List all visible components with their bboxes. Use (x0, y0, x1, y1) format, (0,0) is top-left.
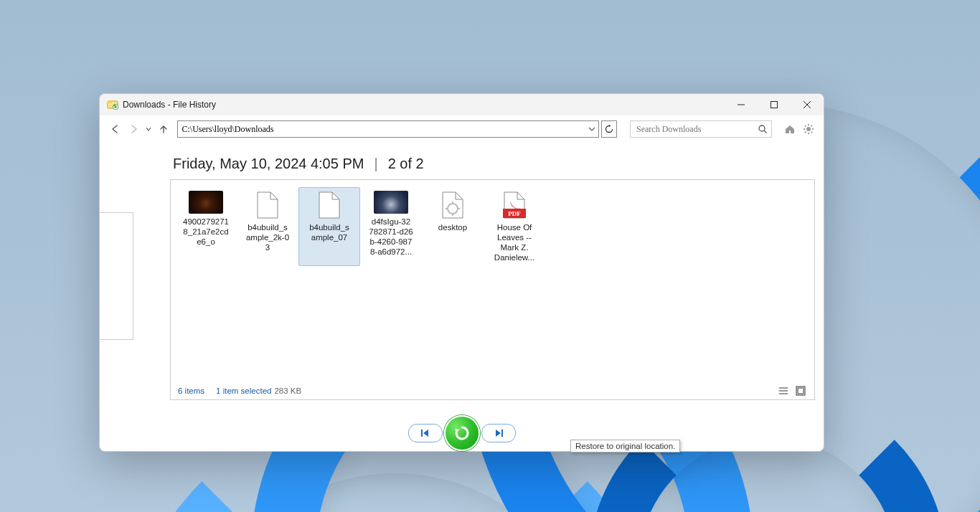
gear-icon[interactable] (802, 123, 815, 136)
svg-line-15 (811, 132, 812, 133)
status-selection: 1 item selected (216, 387, 271, 395)
snapshot-separator: | (374, 156, 377, 172)
window-title: Downloads - File History (123, 100, 216, 110)
file-name-label: d4fsIgu-32 782871-d26 b-4260-987 8-a6d97… (369, 217, 413, 257)
snapshot-index: 2 of 2 (388, 156, 424, 172)
svg-line-14 (805, 125, 806, 126)
refresh-button[interactable] (601, 120, 618, 138)
file-history-window: Downloads - File History Friday, Ma (99, 93, 824, 452)
thumbnails-view-icon[interactable] (794, 384, 807, 397)
ini-file-icon (436, 191, 469, 219)
svg-rect-1 (108, 101, 112, 103)
generic-file-icon (313, 191, 346, 219)
snapshot-datetime: Friday, May 10, 2024 4:05 PM (173, 156, 364, 172)
content-area: Friday, May 10, 2024 4:05 PM | 2 of 2 49… (100, 143, 824, 415)
file-name-label: desktop (438, 222, 467, 232)
svg-line-17 (811, 125, 812, 126)
previous-version-button[interactable] (408, 424, 443, 442)
titlebar[interactable]: Downloads - File History (100, 94, 824, 115)
file-name-label: 4900279271 8_21a7e2cd e6_o (183, 217, 229, 247)
restore-tooltip: Restore to original location. (570, 440, 680, 452)
status-item-count: 6 items (178, 387, 204, 395)
file-item[interactable]: b4ubuild_s ample_07 (298, 187, 360, 266)
search-icon[interactable] (754, 124, 771, 134)
file-item[interactable]: b4ubuild_s ample_2k-0 3 (237, 187, 298, 266)
file-grid[interactable]: 4900279271 8_21a7e2cd e6_ob4ubuild_s amp… (171, 180, 814, 382)
file-name-label: b4ubuild_s ample_2k-0 3 (246, 222, 289, 252)
maximize-button[interactable] (758, 94, 791, 115)
close-button[interactable] (791, 94, 824, 115)
restore-button[interactable] (444, 415, 480, 451)
pdf-file-icon: PDF (498, 191, 531, 219)
image-thumbnail (189, 191, 223, 214)
minimize-button[interactable] (725, 94, 758, 115)
svg-point-9 (806, 127, 811, 131)
previous-version-sliver[interactable] (100, 212, 133, 340)
svg-point-7 (759, 125, 765, 131)
status-size: 283 KB (274, 387, 301, 395)
home-icon[interactable] (783, 123, 796, 136)
snapshot-header: Friday, May 10, 2024 4:05 PM | 2 of 2 (173, 156, 815, 172)
next-version-button[interactable] (481, 424, 516, 442)
file-item[interactable]: PDFHouse Of Leaves -- Mark Z. Danielew..… (484, 187, 545, 266)
forward-button[interactable] (126, 120, 141, 138)
up-button[interactable] (156, 120, 171, 138)
file-name-label: House Of Leaves -- Mark Z. Danielew... (494, 222, 534, 262)
file-name-label: b4ubuild_s ample_07 (309, 222, 349, 242)
address-input[interactable] (178, 121, 585, 137)
svg-rect-30 (421, 430, 423, 437)
toolbar (100, 115, 824, 143)
window-controls (725, 94, 824, 115)
svg-text:PDF: PDF (508, 210, 521, 217)
recent-locations-button[interactable] (143, 124, 154, 134)
search-box[interactable] (630, 120, 772, 138)
view-toggles (777, 384, 807, 397)
file-item[interactable]: d4fsIgu-32 782871-d26 b-4260-987 8-a6d97… (360, 187, 422, 266)
bottom-controls: Restore to original location. (100, 415, 824, 451)
file-pane: 4900279271 8_21a7e2cd e6_ob4ubuild_s amp… (170, 179, 815, 400)
file-item[interactable]: desktop (422, 187, 484, 266)
svg-rect-4 (771, 102, 778, 108)
address-bar[interactable] (177, 120, 599, 138)
generic-file-icon (251, 191, 284, 219)
svg-rect-29 (798, 388, 804, 394)
toolbar-extra (783, 123, 815, 136)
back-button[interactable] (108, 120, 123, 138)
svg-line-16 (805, 132, 806, 133)
details-view-icon[interactable] (777, 384, 790, 397)
svg-line-8 (764, 131, 767, 133)
svg-rect-31 (501, 430, 503, 437)
address-dropdown-icon[interactable] (585, 125, 598, 133)
file-item[interactable]: 4900279271 8_21a7e2cd e6_o (175, 187, 237, 266)
image-thumbnail (374, 191, 408, 214)
app-icon (107, 99, 118, 110)
search-input[interactable] (631, 124, 754, 135)
status-bar: 6 items 1 item selected 283 KB (171, 382, 814, 399)
